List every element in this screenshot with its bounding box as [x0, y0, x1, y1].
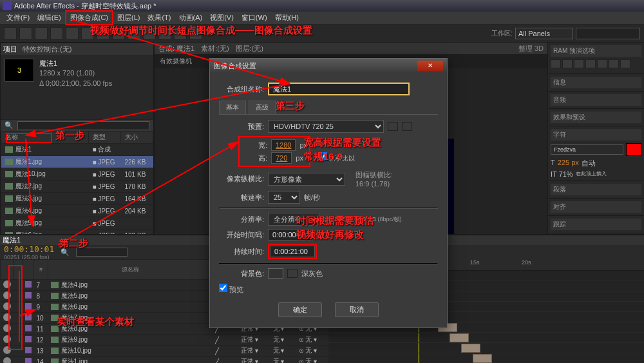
tab-basic[interactable]: 基本 [219, 101, 246, 114]
pan-tool[interactable] [81, 27, 94, 40]
height-input[interactable]: 720 [271, 152, 292, 164]
comp-thumbnail[interactable]: 3 [5, 59, 34, 82]
pen-tool[interactable] [112, 27, 125, 40]
track[interactable] [328, 353, 644, 363]
mask-tool[interactable] [97, 27, 109, 40]
menu-layer[interactable]: 图层(L) [113, 12, 144, 24]
comp-duration: Δ 0;00;21;00, 25.00 fps [39, 79, 112, 88]
project-search-row: 🔍 [1, 119, 153, 131]
project-tab[interactable]: 项目 [3, 44, 17, 54]
info-panel[interactable]: 信息 [551, 77, 641, 88]
viewer-tabs: 合成: 魔法1 素材:(无) 图层:(无) 整理 3D [155, 43, 547, 54]
project-row[interactable]: 魔法1.jpg■ JPEG226 KB [1, 156, 153, 168]
search-help[interactable] [576, 28, 640, 39]
menu-help[interactable]: 帮助(H) [271, 12, 303, 24]
play-prev[interactable] [562, 59, 573, 68]
width-input[interactable]: 1280 [271, 139, 296, 151]
timeline-search[interactable] [76, 248, 128, 257]
footage-tab[interactable]: 素材:(无) [201, 44, 229, 54]
lock-aspect-checkbox[interactable] [319, 152, 327, 161]
menu-edit[interactable]: 编辑(E) [33, 12, 65, 24]
tab-advanced[interactable]: 高级 [249, 101, 276, 114]
paragraph-panel[interactable]: 段落 [551, 184, 641, 195]
layer-row[interactable]: 14魔法1.jpg╱正常 ▾无 ▾⊙ 无 ▾ [1, 357, 328, 364]
comp-name-label: 合成组名称: [219, 84, 264, 94]
menu-effect[interactable]: 效果(T) [144, 12, 175, 24]
menu-composition[interactable]: 图像合成(C) [65, 10, 113, 25]
layer-row[interactable]: 12魔法9.jpg╱正常 ▾无 ▾⊙ 无 ▾ [1, 335, 328, 346]
menu-window[interactable]: 窗口(W) [238, 12, 271, 24]
preset-select[interactable]: HDV/HDTV 720 25 [268, 120, 384, 133]
dialog-close-button[interactable]: ✕ [417, 61, 443, 71]
search-icon[interactable]: 🔍 [5, 121, 14, 130]
play-last[interactable] [597, 59, 607, 68]
play-first[interactable] [551, 59, 561, 68]
selection-tool[interactable] [4, 27, 17, 40]
menu-view[interactable]: 视图(V) [206, 12, 238, 24]
effects-tab[interactable]: 特效控制台:(无) [23, 44, 71, 54]
text-tool[interactable] [128, 27, 140, 40]
par-select[interactable]: 方形像素 [268, 173, 345, 186]
comp-tab[interactable]: 合成: 魔法1 [158, 44, 194, 54]
rotate-tool[interactable] [50, 27, 63, 40]
preset-delete[interactable] [402, 122, 412, 131]
clip[interactable] [473, 354, 492, 363]
dialog-titlebar[interactable]: 图像合成设置 ✕ [210, 59, 447, 73]
project-row[interactable]: 魔法4.jpg■ JPEG204 KB [1, 205, 153, 217]
eraser-tool[interactable] [174, 27, 187, 40]
brush-tool[interactable] [143, 27, 156, 40]
play-btn[interactable] [574, 59, 584, 68]
preset-save[interactable] [388, 122, 398, 131]
start-timecode-input[interactable] [268, 229, 313, 240]
duration-input[interactable] [270, 246, 315, 257]
timecode[interactable]: 0:00:10:01 [4, 244, 54, 254]
workspace-select[interactable]: All Panels [515, 28, 573, 39]
3d-toggle[interactable]: 整理 3D [518, 44, 544, 54]
cancel-button[interactable]: 取消 [335, 302, 379, 317]
project-row[interactable]: 魔法10.jpg■ JPEG101 KB [1, 168, 153, 181]
menu-animation[interactable]: 动画(A) [175, 12, 207, 24]
layer-row[interactable]: 13魔法10.jpg╱正常 ▾无 ▾⊙ 无 ▾ [1, 346, 328, 357]
comp-dims: 1280 x 720 (1.00) [39, 68, 112, 78]
track[interactable] [328, 343, 644, 353]
font-select[interactable]: Fzedzva [551, 144, 623, 155]
window-title: Adobe After Effects - 穿越时空特效镜头.aep * [14, 1, 156, 11]
align-panel[interactable]: 对齐 [551, 201, 641, 213]
preview-checkbox[interactable] [219, 284, 227, 292]
effects-panel[interactable]: 效果和预设 [551, 112, 641, 123]
res-select[interactable]: 全分辨率 [268, 213, 319, 226]
menubar[interactable]: 文件(F) 编辑(E) 图像合成(C) 图层(L) 效果(T) 动画(A) 视图… [0, 12, 644, 25]
camera-tool[interactable] [66, 27, 79, 40]
stamp-tool[interactable] [158, 27, 171, 40]
font-size[interactable]: 225 px [558, 159, 579, 168]
play-mute[interactable] [620, 59, 630, 68]
project-search[interactable] [17, 121, 149, 130]
comp-name-input[interactable] [268, 83, 410, 95]
hand-tool[interactable] [19, 27, 32, 40]
project-row[interactable]: 魔法3.jpg■ JPEG164 KB [1, 193, 153, 205]
play-loop[interactable] [609, 59, 619, 68]
fps-select[interactable]: 25 [268, 191, 300, 204]
col-name[interactable]: 名称 [1, 132, 89, 144]
tl-search-icon[interactable]: 🔍 [61, 248, 70, 257]
eyedropper-icon[interactable] [287, 269, 298, 278]
ok-button[interactable]: 确定 [278, 302, 322, 317]
layer-tab[interactable]: 图层:(无) [236, 44, 263, 54]
project-row[interactable]: 魔法5.jpg■ JPEG [1, 217, 153, 230]
tracker-panel[interactable]: 跟踪 [551, 219, 641, 230]
project-row[interactable]: 魔法1■ 合成 [1, 144, 153, 156]
audio-panel[interactable]: 音频 [551, 94, 641, 106]
clip[interactable] [450, 333, 469, 342]
play-next[interactable] [585, 59, 596, 68]
menu-file[interactable]: 文件(F) [3, 12, 33, 24]
col-type[interactable]: 类型 [89, 132, 121, 144]
bg-color-swatch[interactable] [268, 268, 283, 279]
track[interactable] [328, 333, 644, 343]
text-color[interactable] [626, 143, 641, 156]
start-label: 开始时间码: [219, 230, 264, 240]
puppet-tool[interactable] [189, 27, 202, 40]
clip[interactable] [461, 344, 480, 353]
project-row[interactable]: 魔法2.jpg■ JPEG178 KB [1, 181, 153, 193]
zoom-tool[interactable] [35, 27, 48, 40]
col-size[interactable]: 大小 [121, 132, 153, 144]
